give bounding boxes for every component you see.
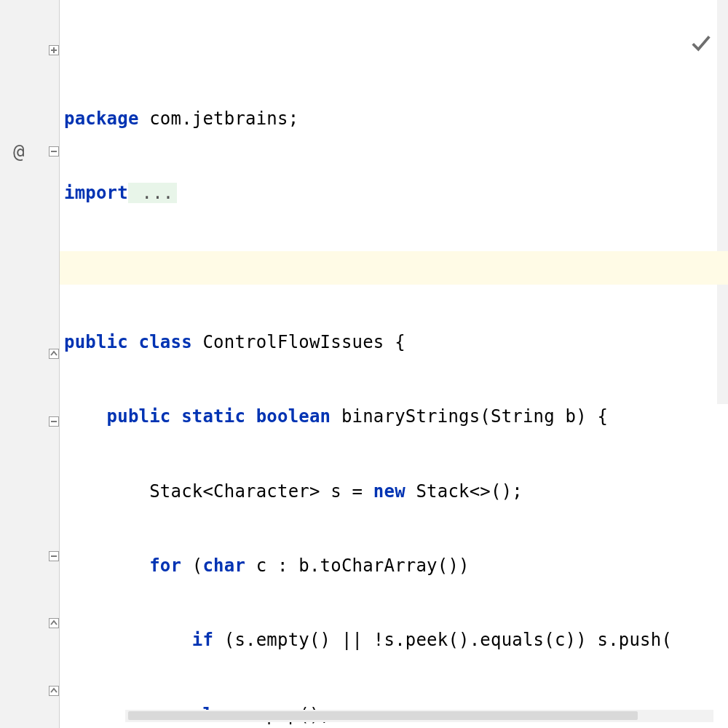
folded-region[interactable]: ... bbox=[128, 183, 177, 203]
code-line[interactable]: Stack<Character> s = new Stack<>(); bbox=[64, 474, 728, 507]
code-line[interactable]: import ... bbox=[64, 176, 728, 210]
code-line[interactable]: package com.jetbrains; bbox=[64, 102, 728, 135]
fold-collapse-icon[interactable] bbox=[49, 146, 59, 157]
gutter: @ bbox=[0, 0, 60, 728]
fold-collapse-icon[interactable] bbox=[49, 551, 59, 561]
code-line[interactable]: public class ControlFlowIssues { bbox=[64, 325, 728, 359]
fold-expand-icon[interactable] bbox=[49, 45, 59, 55]
fold-collapse-icon[interactable] bbox=[49, 416, 59, 427]
fold-end-icon[interactable] bbox=[49, 686, 59, 696]
code-line[interactable]: if (s.empty() || !s.peek().equals(c)) s.… bbox=[64, 623, 728, 657]
code-editor[interactable]: @ bbox=[0, 0, 728, 728]
code-line-caret[interactable] bbox=[64, 251, 728, 285]
scrollbar-thumb[interactable] bbox=[128, 711, 638, 720]
override-icon[interactable]: @ bbox=[13, 141, 25, 162]
inspection-ok-icon[interactable] bbox=[627, 12, 712, 79]
horizontal-scrollbar[interactable] bbox=[125, 710, 713, 722]
code-line[interactable]: public static boolean binaryStrings(Stri… bbox=[64, 400, 728, 433]
code-line[interactable]: for (char c : b.toCharArray()) bbox=[64, 549, 728, 582]
fold-end-icon[interactable] bbox=[49, 618, 59, 628]
code-area[interactable]: package com.jetbrains; import ... public… bbox=[60, 0, 728, 728]
fold-end-icon[interactable] bbox=[49, 349, 59, 359]
